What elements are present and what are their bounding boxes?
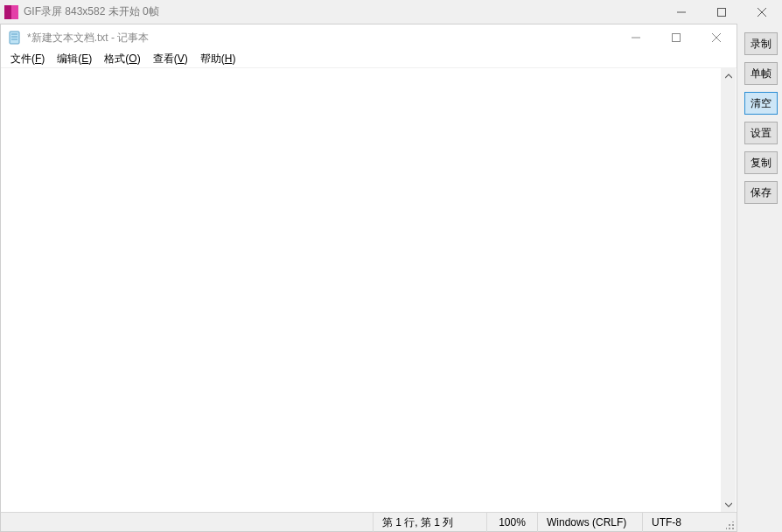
- menu-file[interactable]: 文件(F): [4, 51, 51, 67]
- sidebar-frame-button[interactable]: 单帧: [744, 62, 778, 85]
- menu-edit[interactable]: 编辑(E): [51, 51, 98, 67]
- resize-grip[interactable]: [721, 513, 737, 532]
- notepad-close-button[interactable]: [696, 24, 737, 51]
- notepad-window-title: *新建文本文档.txt - 记事本: [27, 31, 149, 46]
- notepad-maximize-button[interactable]: [656, 24, 696, 51]
- menu-help[interactable]: 帮助(H): [194, 51, 242, 67]
- status-line-ending: Windows (CRLF): [537, 513, 642, 532]
- svg-rect-4: [10, 32, 19, 44]
- notepad-menubar: 文件(F) 编辑(E) 格式(O) 查看(V) 帮助(H): [1, 51, 737, 68]
- gif-sidebar: 录制 单帧 清空 设置 复制 保存: [740, 29, 782, 204]
- gif-window-controls: [661, 0, 782, 24]
- gif-maximize-button[interactable]: [702, 0, 742, 24]
- sidebar-save-button[interactable]: 保存: [744, 181, 778, 204]
- notepad-minimize-button[interactable]: [616, 24, 656, 51]
- gif-minimize-button[interactable]: [661, 0, 702, 24]
- gif-window-title: GIF录屏 843x582 未开始 0帧: [24, 4, 159, 19]
- minimize-icon: [677, 8, 686, 17]
- sidebar-clear-button[interactable]: 清空: [744, 92, 778, 115]
- notepad-app-icon: [8, 31, 22, 45]
- maximize-icon: [672, 33, 681, 42]
- close-icon: [758, 8, 766, 17]
- notepad-statusbar: 第 1 行, 第 1 列 100% Windows (CRLF) UTF-8: [1, 512, 737, 531]
- svg-rect-1: [718, 8, 726, 16]
- notepad-titlebar: *新建文本文档.txt - 记事本: [1, 24, 737, 51]
- notepad-body: [2, 68, 736, 512]
- menu-format[interactable]: 格式(O): [98, 51, 146, 67]
- vertical-scrollbar[interactable]: [721, 68, 736, 512]
- status-spacer: [1, 513, 373, 531]
- sidebar-record-button[interactable]: 录制: [744, 32, 778, 55]
- status-position: 第 1 行, 第 1 列: [373, 513, 486, 532]
- sidebar-settings-button[interactable]: 设置: [744, 122, 778, 144]
- svg-rect-9: [673, 34, 681, 42]
- status-zoom: 100%: [486, 513, 537, 532]
- gif-close-button[interactable]: [742, 0, 782, 24]
- notepad-textarea[interactable]: [2, 68, 721, 512]
- gif-recorder-window: GIF录屏 843x582 未开始 0帧 录制 单帧 清空 设置 复制 保存: [0, 0, 782, 532]
- gif-app-icon: [4, 5, 18, 19]
- sidebar-copy-button[interactable]: 复制: [744, 151, 778, 174]
- menu-view[interactable]: 查看(V): [147, 51, 194, 67]
- notepad-window: *新建文本文档.txt - 记事本 文件(F) 编辑(E) 格式(O) 查看(V…: [0, 24, 737, 532]
- close-icon: [712, 33, 721, 42]
- scroll-up-arrow[interactable]: [721, 68, 736, 83]
- minimize-icon: [632, 33, 640, 42]
- chevron-up-icon: [725, 74, 732, 79]
- maximize-icon: [717, 8, 726, 17]
- scroll-down-arrow[interactable]: [721, 497, 736, 512]
- status-encoding: UTF-8: [642, 513, 721, 532]
- chevron-down-icon: [725, 502, 732, 508]
- gif-titlebar: GIF录屏 843x582 未开始 0帧: [0, 0, 782, 24]
- notepad-window-controls: [616, 24, 737, 51]
